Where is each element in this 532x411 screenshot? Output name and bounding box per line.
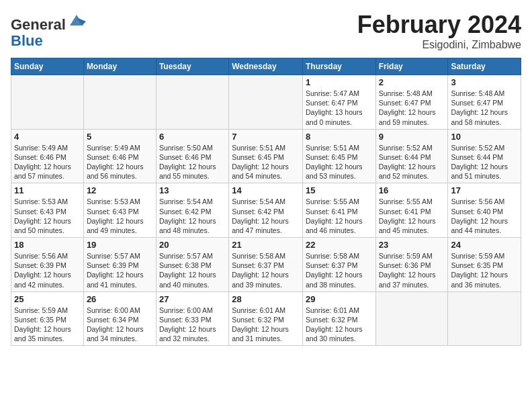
day-number: 5 [87, 132, 153, 142]
day-number: 10 [451, 132, 518, 142]
day-info: Sunrise: 5:49 AM Sunset: 6:46 PM Dayligh… [14, 143, 81, 181]
day-number: 27 [159, 294, 226, 304]
calendar-header-row: SundayMondayTuesdayWednesdayThursdayFrid… [11, 58, 521, 75]
calendar-cell: 25Sunrise: 5:59 AM Sunset: 6:35 PM Dayli… [11, 291, 84, 346]
calendar-week-4: 18Sunrise: 5:56 AM Sunset: 6:39 PM Dayli… [11, 238, 521, 292]
day-info: Sunrise: 6:01 AM Sunset: 6:32 PM Dayligh… [306, 306, 373, 344]
calendar-cell: 3Sunrise: 5:48 AM Sunset: 6:47 PM Daylig… [448, 75, 521, 130]
header-day-sunday: Sunday [11, 58, 84, 75]
day-number: 3 [451, 77, 518, 87]
day-number: 20 [159, 240, 226, 250]
day-info: Sunrise: 5:54 AM Sunset: 6:42 PM Dayligh… [232, 197, 300, 235]
calendar-cell [11, 75, 84, 130]
calendar-cell: 16Sunrise: 5:55 AM Sunset: 6:41 PM Dayli… [375, 183, 448, 238]
header-day-monday: Monday [83, 58, 156, 75]
calendar-cell: 4Sunrise: 5:49 AM Sunset: 6:46 PM Daylig… [11, 129, 84, 183]
day-number: 11 [14, 185, 81, 195]
calendar-cell: 20Sunrise: 5:57 AM Sunset: 6:38 PM Dayli… [156, 238, 228, 292]
calendar-cell: 17Sunrise: 5:56 AM Sunset: 6:40 PM Dayli… [448, 183, 521, 238]
day-number: 18 [14, 240, 81, 250]
calendar-cell [229, 75, 303, 130]
calendar-cell: 1Sunrise: 5:47 AM Sunset: 6:47 PM Daylig… [302, 75, 375, 130]
calendar-cell: 14Sunrise: 5:54 AM Sunset: 6:42 PM Dayli… [229, 183, 303, 238]
day-number: 4 [14, 132, 81, 142]
day-number: 24 [451, 240, 518, 250]
calendar-cell: 27Sunrise: 6:00 AM Sunset: 6:33 PM Dayli… [156, 291, 228, 346]
day-number: 6 [159, 132, 226, 142]
day-info: Sunrise: 5:58 AM Sunset: 6:37 PM Dayligh… [306, 251, 373, 289]
day-number: 1 [306, 77, 373, 87]
calendar-cell: 21Sunrise: 5:58 AM Sunset: 6:37 PM Dayli… [229, 238, 303, 292]
day-number: 16 [379, 185, 445, 195]
day-number: 12 [87, 185, 153, 195]
title-block: February 2024 Esigodini, Zimbabwe [357, 11, 521, 51]
calendar-cell: 11Sunrise: 5:53 AM Sunset: 6:43 PM Dayli… [11, 183, 84, 238]
day-info: Sunrise: 5:59 AM Sunset: 6:35 PM Dayligh… [451, 251, 518, 289]
day-info: Sunrise: 6:00 AM Sunset: 6:33 PM Dayligh… [159, 306, 226, 344]
calendar-cell [156, 75, 228, 130]
day-number: 28 [232, 294, 300, 304]
day-number: 2 [379, 77, 445, 87]
day-info: Sunrise: 5:54 AM Sunset: 6:42 PM Dayligh… [159, 197, 226, 235]
day-info: Sunrise: 5:47 AM Sunset: 6:47 PM Dayligh… [306, 89, 373, 127]
day-info: Sunrise: 6:00 AM Sunset: 6:34 PM Dayligh… [87, 306, 153, 344]
day-info: Sunrise: 5:55 AM Sunset: 6:41 PM Dayligh… [306, 197, 373, 235]
header-day-saturday: Saturday [448, 58, 521, 75]
calendar-week-5: 25Sunrise: 5:59 AM Sunset: 6:35 PM Dayli… [11, 291, 521, 346]
day-info: Sunrise: 5:53 AM Sunset: 6:43 PM Dayligh… [14, 197, 81, 235]
calendar-cell: 15Sunrise: 5:55 AM Sunset: 6:41 PM Dayli… [302, 183, 375, 238]
header-day-tuesday: Tuesday [156, 58, 228, 75]
logo: General Blue [11, 11, 86, 49]
day-number: 22 [306, 240, 373, 250]
day-number: 21 [232, 240, 300, 250]
calendar-cell: 29Sunrise: 6:01 AM Sunset: 6:32 PM Dayli… [302, 291, 375, 346]
calendar-table: SundayMondayTuesdayWednesdayThursdayFrid… [11, 58, 521, 346]
day-number: 17 [451, 185, 518, 195]
calendar-cell [448, 291, 521, 346]
header-day-friday: Friday [375, 58, 448, 75]
calendar-week-3: 11Sunrise: 5:53 AM Sunset: 6:43 PM Dayli… [11, 183, 521, 238]
calendar-cell [375, 291, 448, 346]
calendar-cell: 9Sunrise: 5:52 AM Sunset: 6:44 PM Daylig… [375, 129, 448, 183]
logo-icon [67, 11, 86, 30]
calendar-cell: 7Sunrise: 5:51 AM Sunset: 6:45 PM Daylig… [229, 129, 303, 183]
day-info: Sunrise: 5:55 AM Sunset: 6:41 PM Dayligh… [379, 197, 445, 235]
day-info: Sunrise: 5:48 AM Sunset: 6:47 PM Dayligh… [379, 89, 445, 127]
day-number: 7 [232, 132, 300, 142]
calendar-cell: 28Sunrise: 6:01 AM Sunset: 6:32 PM Dayli… [229, 291, 303, 346]
calendar-week-2: 4Sunrise: 5:49 AM Sunset: 6:46 PM Daylig… [11, 129, 521, 183]
calendar-cell: 13Sunrise: 5:54 AM Sunset: 6:42 PM Dayli… [156, 183, 228, 238]
calendar-cell: 24Sunrise: 5:59 AM Sunset: 6:35 PM Dayli… [448, 238, 521, 292]
calendar-cell: 19Sunrise: 5:57 AM Sunset: 6:39 PM Dayli… [83, 238, 156, 292]
calendar-cell: 5Sunrise: 5:49 AM Sunset: 6:46 PM Daylig… [83, 129, 156, 183]
day-info: Sunrise: 5:59 AM Sunset: 6:36 PM Dayligh… [379, 251, 445, 289]
header-day-thursday: Thursday [302, 58, 375, 75]
day-info: Sunrise: 5:52 AM Sunset: 6:44 PM Dayligh… [379, 143, 445, 181]
day-info: Sunrise: 5:57 AM Sunset: 6:38 PM Dayligh… [159, 251, 226, 289]
logo-general-text: General [11, 16, 66, 33]
day-info: Sunrise: 6:01 AM Sunset: 6:32 PM Dayligh… [232, 306, 300, 344]
day-number: 23 [379, 240, 445, 250]
day-number: 26 [87, 294, 153, 304]
header-day-wednesday: Wednesday [229, 58, 303, 75]
day-number: 8 [306, 132, 373, 142]
calendar-cell: 10Sunrise: 5:52 AM Sunset: 6:44 PM Dayli… [448, 129, 521, 183]
day-number: 19 [87, 240, 153, 250]
day-number: 9 [379, 132, 445, 142]
day-info: Sunrise: 5:50 AM Sunset: 6:46 PM Dayligh… [159, 143, 226, 181]
page-header: General Blue February 2024 Esigodini, Zi… [11, 11, 521, 51]
calendar-cell: 23Sunrise: 5:59 AM Sunset: 6:36 PM Dayli… [375, 238, 448, 292]
day-info: Sunrise: 5:51 AM Sunset: 6:45 PM Dayligh… [306, 143, 373, 181]
day-info: Sunrise: 5:57 AM Sunset: 6:39 PM Dayligh… [87, 251, 153, 289]
day-info: Sunrise: 5:58 AM Sunset: 6:37 PM Dayligh… [232, 251, 300, 289]
day-info: Sunrise: 5:56 AM Sunset: 6:40 PM Dayligh… [451, 197, 518, 235]
day-info: Sunrise: 5:59 AM Sunset: 6:35 PM Dayligh… [14, 306, 81, 344]
day-info: Sunrise: 5:56 AM Sunset: 6:39 PM Dayligh… [14, 251, 81, 289]
day-info: Sunrise: 5:48 AM Sunset: 6:47 PM Dayligh… [451, 89, 518, 127]
day-info: Sunrise: 5:52 AM Sunset: 6:44 PM Dayligh… [451, 143, 518, 181]
calendar-cell: 8Sunrise: 5:51 AM Sunset: 6:45 PM Daylig… [302, 129, 375, 183]
day-number: 15 [306, 185, 373, 195]
day-number: 13 [159, 185, 226, 195]
calendar-cell: 26Sunrise: 6:00 AM Sunset: 6:34 PM Dayli… [83, 291, 156, 346]
day-number: 29 [306, 294, 373, 304]
